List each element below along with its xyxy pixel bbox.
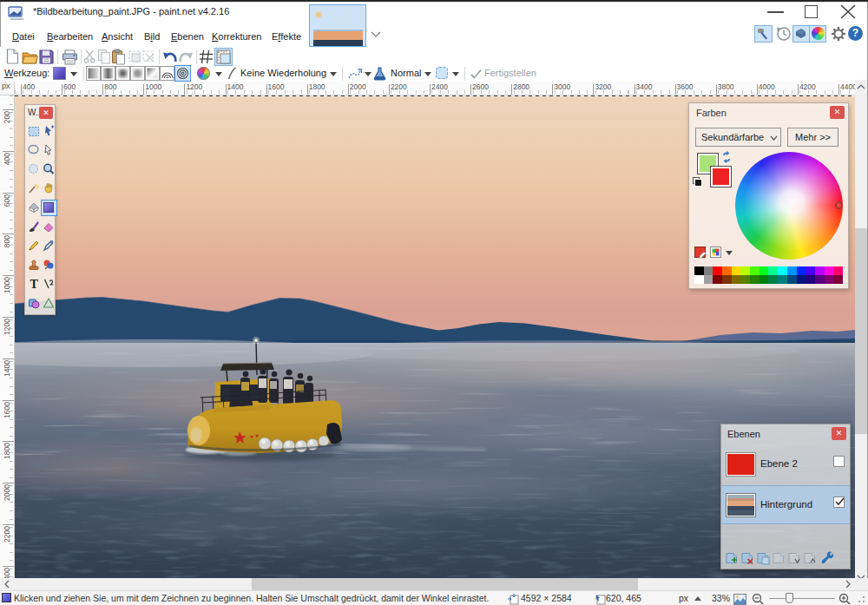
svg-text:T: T — [30, 278, 39, 291]
